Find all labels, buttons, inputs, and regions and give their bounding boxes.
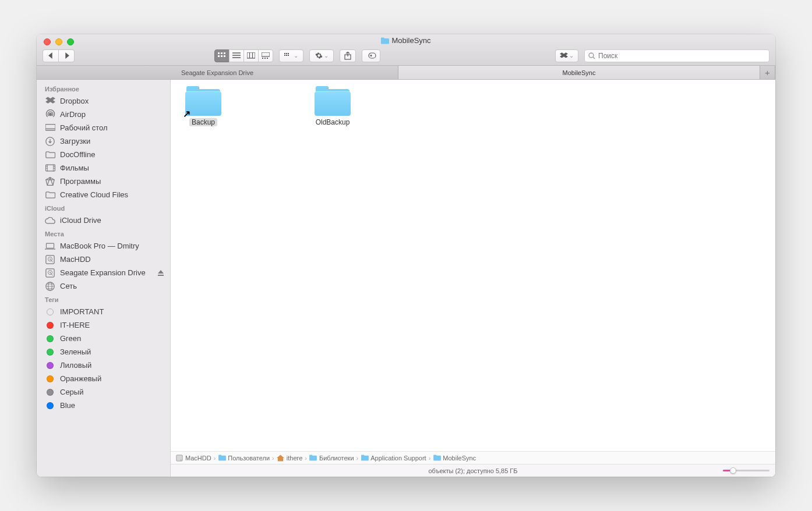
sidebar-item[interactable]: Фильмы (37, 161, 170, 175)
tags-button[interactable] (362, 49, 380, 62)
status-text: объекты (2); доступно 5,85 ГБ (428, 467, 517, 474)
sidebar-item-label: Creative Cloud Files (60, 190, 128, 199)
folder-label: OldBackup (316, 118, 350, 126)
titlebar: MobileSync (37, 34, 775, 66)
svg-point-55 (181, 459, 181, 460)
folder-item[interactable]: OldBackup (306, 88, 359, 126)
path-label: Пользователи (228, 455, 270, 462)
path-crumb[interactable]: Application Support (361, 454, 426, 462)
sidebar-item[interactable]: Лиловый (37, 359, 170, 372)
svg-rect-39 (46, 243, 54, 248)
sidebar-item-label: Seagate Expansion Drive (60, 268, 146, 277)
sidebar-item[interactable]: Dropbox (37, 94, 170, 108)
file-grid[interactable]: ↗BackupOldBackup (171, 80, 775, 451)
folder-item[interactable]: ↗Backup (176, 88, 230, 126)
window-title: MobileSync (37, 35, 775, 47)
sidebar-item[interactable]: Creative Cloud Files (37, 188, 170, 201)
tag-icon (45, 320, 55, 331)
svg-rect-29 (45, 125, 55, 130)
sidebar-item[interactable]: MacBook Pro — Dmitry (37, 239, 170, 253)
path-label: ithere (287, 455, 303, 462)
network-icon (45, 281, 55, 292)
sidebar-item-label: IT-HERE (60, 321, 90, 329)
sidebar-item[interactable]: IT-HERE (37, 318, 170, 332)
svg-point-26 (589, 53, 594, 58)
sidebar-item[interactable]: iCloud Drive (37, 214, 170, 227)
folder-icon (361, 454, 369, 462)
path-bar: MacHDD›Пользователи›ithere›Библиотеки›Ap… (171, 451, 775, 464)
alias-badge-icon: ↗ (183, 108, 190, 119)
dropbox-button[interactable]: ⌄ (555, 49, 578, 62)
sidebar-item-label: Лиловый (60, 361, 91, 370)
content-area: ↗BackupOldBackup MacHDD›Пользователи›ith… (171, 80, 775, 477)
hdd-icon (45, 268, 55, 278)
sidebar-item-label: AirDrop (60, 110, 86, 119)
eject-icon[interactable] (157, 269, 164, 276)
sidebar: ИзбранноеDropboxAirDropРабочий столЗагру… (37, 80, 171, 477)
svg-point-28 (49, 113, 51, 115)
forward-button[interactable] (58, 49, 75, 62)
sidebar-item-label: Фильмы (60, 164, 89, 172)
icon-view-button[interactable] (214, 49, 230, 62)
column-view-button[interactable] (243, 49, 259, 62)
path-label: Application Support (370, 455, 426, 462)
tab-bar: Seagate Expansion Drive MobileSync + (37, 66, 775, 80)
sidebar-item[interactable]: Seagate Expansion Drive (37, 266, 170, 279)
sidebar-item[interactable]: Зеленый (37, 345, 170, 359)
sidebar-item[interactable]: Серый (37, 385, 170, 399)
tag-icon (45, 347, 55, 357)
sidebar-item-label: Green (60, 334, 81, 343)
sidebar-item-label: Зеленый (60, 347, 91, 356)
zoom-button[interactable] (67, 38, 74, 45)
svg-rect-5 (224, 55, 225, 57)
tab-seagate[interactable]: Seagate Expansion Drive (37, 66, 398, 79)
path-crumb[interactable]: MobileSync (433, 454, 476, 462)
action-button[interactable]: ⌄ (309, 49, 334, 62)
share-button[interactable] (340, 49, 356, 62)
folder-icon (433, 454, 441, 462)
zoom-slider[interactable] (723, 470, 769, 471)
path-crumb[interactable]: ithere (277, 454, 303, 462)
sidebar-item[interactable]: Загрузки (37, 134, 170, 148)
sidebar-item[interactable]: Рабочий стол (37, 121, 170, 134)
sidebar-item[interactable]: Оранжевый (37, 372, 170, 385)
gallery-view-button[interactable] (258, 49, 273, 62)
downloads-icon (45, 136, 55, 147)
sidebar-item-label: Загрузки (60, 137, 90, 146)
folder-label: Backup (189, 118, 217, 126)
minimize-button[interactable] (55, 38, 62, 45)
path-crumb[interactable]: Библиотеки (309, 454, 354, 462)
title-text: MobileSync (391, 36, 430, 45)
back-button[interactable] (43, 49, 59, 62)
sidebar-item[interactable]: MacHDD (37, 253, 170, 266)
search-input[interactable] (598, 52, 765, 60)
sidebar-item[interactable]: Сеть (37, 279, 170, 293)
sidebar-item[interactable]: Blue (37, 399, 170, 412)
cloud-icon (45, 215, 55, 226)
tag-icon (45, 374, 55, 384)
list-view-button[interactable] (229, 49, 244, 62)
sidebar-item[interactable]: Программы (37, 175, 170, 188)
folder-icon (45, 190, 55, 200)
svg-rect-4 (221, 55, 223, 57)
sidebar-item-label: Рабочий стол (60, 123, 108, 132)
apps-icon (45, 176, 55, 187)
svg-rect-18 (288, 53, 289, 54)
svg-rect-19 (284, 55, 285, 56)
sidebar-item[interactable]: AirDrop (37, 108, 170, 121)
new-tab-button[interactable]: + (760, 66, 775, 79)
chevron-right-icon: › (214, 455, 216, 462)
svg-point-25 (370, 55, 372, 56)
arrange-button[interactable]: ⌄ (279, 49, 303, 62)
tab-mobilesync[interactable]: MobileSync (398, 66, 760, 79)
sidebar-item[interactable]: IMPORTANT (37, 305, 170, 318)
search-field[interactable] (584, 49, 769, 62)
sidebar-item[interactable]: Green (37, 332, 170, 345)
path-crumb[interactable]: Пользователи (218, 454, 270, 462)
dropbox-icon (45, 96, 55, 107)
path-crumb[interactable]: MacHDD (175, 454, 211, 462)
close-button[interactable] (44, 38, 51, 45)
desktop-icon (45, 123, 55, 133)
svg-rect-1 (221, 52, 223, 54)
sidebar-item[interactable]: DocOffline (37, 148, 170, 161)
